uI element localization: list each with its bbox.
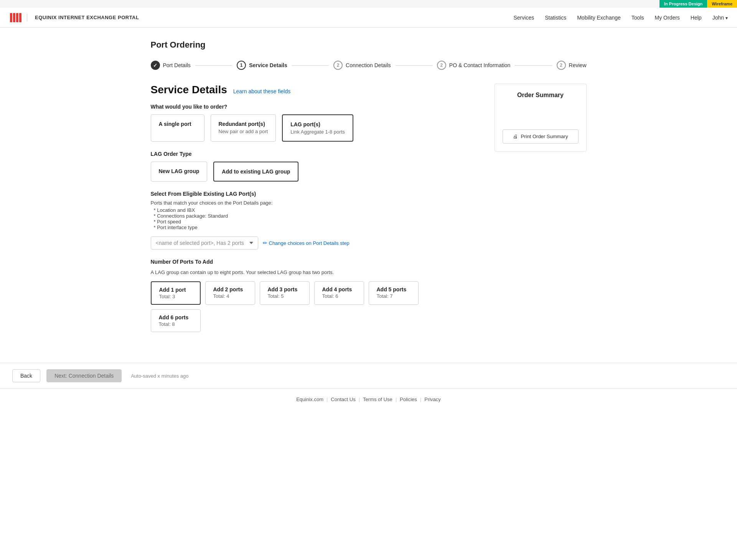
step-label-port-details: Port Details [163, 62, 191, 68]
nav-my-orders[interactable]: My Orders [655, 15, 680, 21]
single-port-title: A single port [159, 121, 196, 127]
wireframe-badge: Wireframe [707, 0, 737, 8]
step-number-po: 2 [440, 63, 443, 68]
step-number-service: 1 [240, 63, 243, 68]
change-link-text: Change choices on Port Details step [269, 240, 350, 246]
nav-tools[interactable]: Tools [631, 15, 644, 21]
navbar-title: EQUINIX INTERNET EXCHANGE PORTAL [35, 15, 139, 20]
port-option-add-1[interactable]: Add 1 port Total: 3 [151, 281, 201, 305]
footer-contact-us[interactable]: Contact Us [331, 396, 355, 402]
section-heading: Service Details [151, 84, 227, 96]
eligible-section: Select From Eligible Existing LAG Port(s… [151, 191, 482, 249]
order-summary-title: Order Summary [503, 92, 579, 99]
svg-rect-0 [10, 13, 12, 22]
port-title-add-5: Add 5 ports [377, 286, 411, 292]
navbar-divider [27, 14, 27, 21]
equinix-logo-icon [9, 11, 23, 25]
ports-grid: Add 1 port Total: 3 Add 2 ports Total: 4… [151, 281, 482, 332]
in-progress-badge: In Progress Design [660, 0, 707, 8]
eligible-criteria-item: Port speed [154, 219, 482, 225]
port-total-add-6: Total: 8 [159, 321, 193, 327]
port-total-add-2: Total: 4 [213, 293, 247, 299]
back-button[interactable]: Back [12, 369, 40, 382]
user-menu-chevron-icon [725, 15, 728, 21]
lag-port-title: LAG port(s) [290, 121, 345, 127]
step-connector-3 [396, 65, 432, 66]
option-single-port[interactable]: A single port [151, 114, 204, 142]
option-new-lag[interactable]: New LAG group [151, 162, 208, 182]
footer-privacy[interactable]: Privacy [424, 396, 441, 402]
pencil-icon: ✏ [263, 240, 267, 246]
eligible-criteria-item: Location and IBX [154, 207, 482, 213]
port-option-add-6[interactable]: Add 6 ports Total: 8 [151, 309, 201, 332]
user-name: John [712, 15, 724, 21]
lag-order-type-section: LAG Order Type New LAG group Add to exis… [151, 151, 482, 182]
eligible-description: Ports that match your choices on the Por… [151, 200, 482, 206]
nav-statistics[interactable]: Statistics [545, 15, 566, 21]
ports-second-row: Add 6 ports Total: 8 [151, 309, 482, 332]
eligible-port-select[interactable]: <name of selected port>, Has 2 ports [151, 236, 258, 249]
main-layout: Service Details Learn about these fields… [151, 84, 587, 344]
eligible-criteria-list: Location and IBX Connections package: St… [151, 207, 482, 230]
step-label-service-details: Service Details [249, 62, 287, 68]
print-order-summary-button[interactable]: 🖨 Print Order Summary [503, 129, 579, 144]
add-existing-lag-title: Add to existing LAG group [222, 168, 290, 175]
lag-port-subtitle: Link Aggregate 1-8 ports [290, 129, 345, 135]
order-type-options: A single port Redundant port(s) New pair… [151, 114, 482, 142]
ports-description: A LAG group can contain up to eight port… [151, 269, 482, 275]
option-lag-port[interactable]: LAG port(s) Link Aggregate 1-8 ports [282, 114, 353, 142]
change-port-details-link[interactable]: ✏ Change choices on Port Details step [263, 240, 350, 246]
new-lag-title: New LAG group [159, 168, 200, 174]
port-option-add-3[interactable]: Add 3 ports Total: 5 [260, 281, 310, 305]
step-connector-2 [292, 65, 329, 66]
footer-sep-3: | [396, 396, 397, 402]
redundant-ports-subtitle: New pair or add a port [219, 129, 268, 134]
footer: Equinix.com | Contact Us | Terms of Use … [0, 388, 737, 410]
user-menu[interactable]: John [712, 15, 728, 21]
step-connector-1 [195, 65, 232, 66]
nav-services[interactable]: Services [513, 15, 534, 21]
lag-order-type-label: LAG Order Type [151, 151, 482, 157]
port-title-add-6: Add 6 ports [159, 314, 193, 320]
port-option-add-4[interactable]: Add 4 ports Total: 6 [314, 281, 364, 305]
autosave-text: Auto-saved x minutes ago [131, 373, 188, 379]
footer-terms[interactable]: Terms of Use [363, 396, 392, 402]
port-total-add-4: Total: 6 [322, 293, 356, 299]
eligible-title: Select From Eligible Existing LAG Port(s… [151, 191, 482, 197]
navbar-brand: EQUINIX INTERNET EXCHANGE PORTAL [9, 11, 139, 25]
step-connector-4 [515, 65, 552, 66]
svg-rect-1 [13, 13, 15, 22]
redundant-ports-title: Redundant port(s) [219, 121, 268, 127]
svg-rect-2 [16, 13, 18, 22]
bottom-bar: Back Next: Connection Details Auto-saved… [0, 363, 737, 388]
content-area: Service Details Learn about these fields… [151, 84, 482, 344]
nav-mobility-exchange[interactable]: Mobility Exchange [577, 15, 621, 21]
footer-equinix[interactable]: Equinix.com [296, 396, 323, 402]
stepper: Port Details 1 Service Details 2 Connect… [151, 61, 587, 70]
navbar-nav: Services Statistics Mobility Exchange To… [513, 15, 728, 21]
footer-policies[interactable]: Policies [400, 396, 417, 402]
port-option-add-5[interactable]: Add 5 ports Total: 7 [369, 281, 419, 305]
port-option-add-2[interactable]: Add 2 ports Total: 4 [205, 281, 255, 305]
step-circle-connection-details: 2 [333, 61, 343, 70]
step-label-po-contact: PO & Contact Information [449, 62, 511, 68]
lag-order-options: New LAG group Add to existing LAG group [151, 162, 482, 182]
eligible-criteria-item: Port interface type [154, 225, 482, 230]
footer-sep-1: | [326, 396, 328, 402]
learn-about-fields-link[interactable]: Learn about these fields [233, 88, 290, 94]
ports-section-label: Number Of Ports To Add [151, 259, 482, 265]
option-redundant-ports[interactable]: Redundant port(s) New pair or add a port [211, 114, 276, 142]
next-button[interactable]: Next: Connection Details [46, 369, 122, 382]
step-circle-port-details [151, 61, 160, 70]
step-circle-service-details: 1 [237, 61, 246, 70]
option-add-existing-lag[interactable]: Add to existing LAG group [213, 162, 298, 182]
step-port-details: Port Details [151, 61, 191, 70]
step-service-details: 1 Service Details [237, 61, 287, 70]
port-title-add-2: Add 2 ports [213, 286, 247, 292]
step-connection-details: 2 Connection Details [333, 61, 391, 70]
port-total-add-1: Total: 3 [159, 294, 192, 299]
check-icon [153, 63, 157, 68]
nav-help[interactable]: Help [691, 15, 702, 21]
step-number-connection: 2 [337, 63, 340, 68]
order-type-label: What would you like to order? [151, 104, 482, 110]
